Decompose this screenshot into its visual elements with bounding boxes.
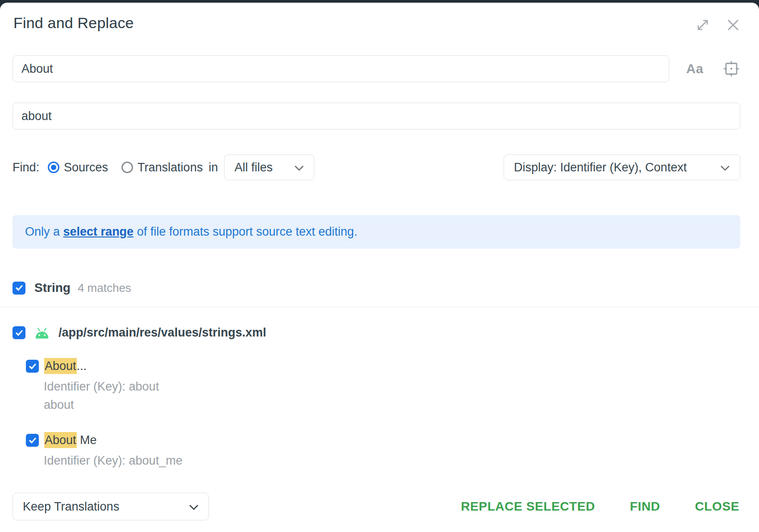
match-highlight: About [44,432,77,448]
match-key-line: Identifier (Key): about_me [44,454,740,468]
find-button[interactable]: FIND [629,497,661,516]
translations-radio[interactable] [121,162,133,173]
search-row: Aa [13,55,740,82]
match-checkbox[interactable] [26,434,39,447]
translations-mode-value: Keep Translations [23,500,119,514]
dialog-header: Find and Replace [0,3,759,32]
match-source-text: About... [44,359,87,373]
match-row: About Me Identifier (Key): about_me [26,433,740,468]
match-key-line: Identifier (Key): about [44,380,740,394]
file-scope-select[interactable]: All files [224,154,314,180]
string-group-row: String 4 matches [13,281,740,295]
chevron-down-icon [720,161,730,175]
file-row: /app/src/main/res/values/strings.xml [13,326,740,340]
find-replace-dialog: Find and Replace Aa [0,3,759,532]
chevron-down-icon [189,500,199,514]
display-columns-value: Display: Identifier (Key), Context [514,161,687,175]
close-icon[interactable] [726,18,740,32]
replace-row [13,103,740,129]
replace-selected-button[interactable]: REPLACE SELECTED [460,497,596,516]
string-group-label: String [34,281,71,295]
file-path: /app/src/main/res/values/strings.xml [58,326,266,340]
options-row: Find: Sources Translations in All files … [13,154,740,180]
sources-radio[interactable] [48,162,59,173]
match-context-line: about [44,398,740,412]
search-input[interactable] [13,55,669,82]
match-suffix: ... [77,359,87,373]
string-group-checkbox[interactable] [13,282,25,295]
window-controls [696,18,740,32]
match-suffix: Me [77,433,97,447]
match-whole-phrase-icon[interactable] [722,60,740,78]
match-case-icon[interactable]: Aa [686,62,704,76]
file-scope-value: All files [234,161,273,175]
divider [0,307,759,307]
replace-input[interactable] [13,103,740,129]
translations-radio-label[interactable]: Translations [138,161,203,175]
select-range-link[interactable]: select range [63,225,134,238]
translations-mode-select[interactable]: Keep Translations [13,493,209,520]
sources-radio-label[interactable]: Sources [64,161,108,175]
in-label: in [209,161,218,175]
banner-text-after: of file formats support source text edit… [133,225,357,238]
banner-text-before: Only a [25,225,63,238]
info-banner: Only a select range of file formats supp… [13,215,740,249]
android-icon [33,326,51,340]
string-group-count: 4 matches [78,281,131,295]
footer-actions: REPLACE SELECTED FIND CLOSE [460,497,740,516]
match-checkbox[interactable] [26,360,39,373]
expand-icon[interactable] [696,18,710,32]
dialog-footer: Keep Translations REPLACE SELECTED FIND … [13,493,740,520]
file-checkbox[interactable] [13,326,25,339]
find-label: Find: [13,161,39,175]
chevron-down-icon [294,161,304,175]
match-highlight: About [44,358,77,374]
dialog-title: Find and Replace [13,14,134,32]
match-source-text: About Me [44,433,97,447]
match-row: About... Identifier (Key): about about [26,359,740,412]
display-columns-select[interactable]: Display: Identifier (Key), Context [504,154,740,180]
close-button[interactable]: CLOSE [694,497,740,516]
